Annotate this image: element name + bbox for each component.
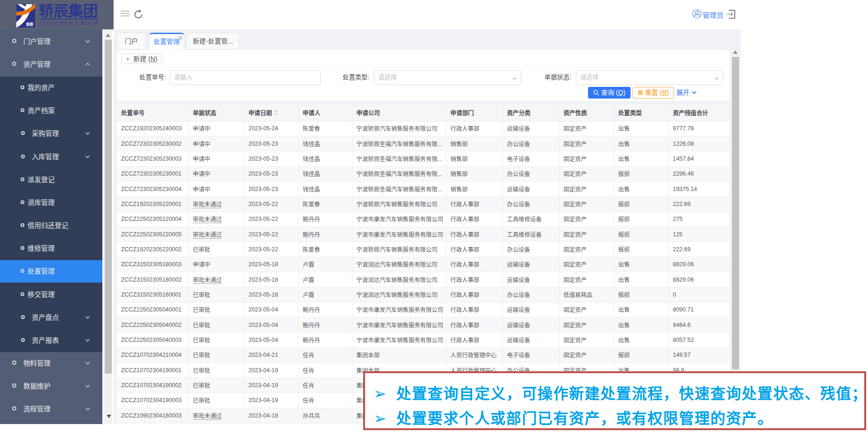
svg-text:轿辰: 轿辰 — [26, 22, 33, 27]
svg-text:JIAOCHEN GROUP: JIAOCHEN GROUP — [40, 21, 99, 26]
svg-text:轿辰集团: 轿辰集团 — [39, 3, 98, 20]
